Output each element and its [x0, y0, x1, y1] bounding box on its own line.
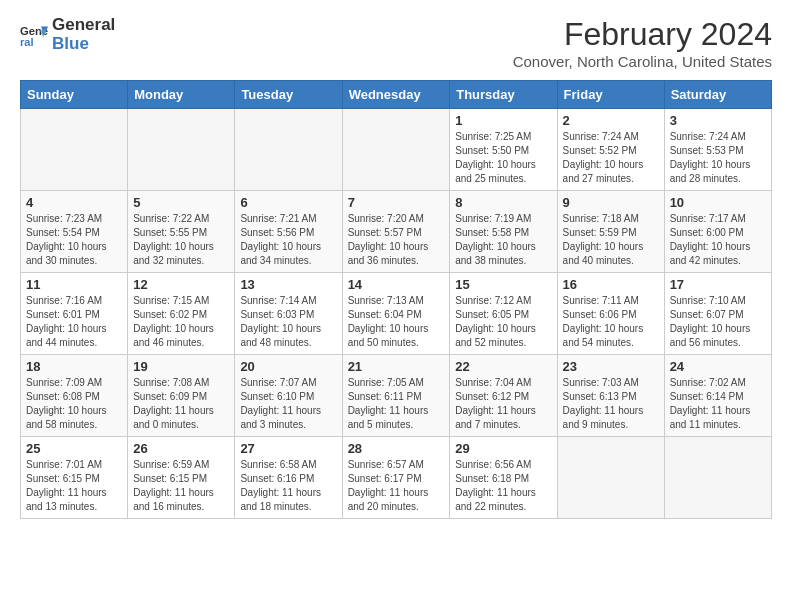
calendar-cell: [235, 109, 342, 191]
day-info: Sunrise: 7:05 AM Sunset: 6:11 PM Dayligh…: [348, 376, 445, 432]
calendar-week-row: 1Sunrise: 7:25 AM Sunset: 5:50 PM Daylig…: [21, 109, 772, 191]
calendar-week-row: 4Sunrise: 7:23 AM Sunset: 5:54 PM Daylig…: [21, 191, 772, 273]
calendar-cell: 19Sunrise: 7:08 AM Sunset: 6:09 PM Dayli…: [128, 355, 235, 437]
day-info: Sunrise: 7:13 AM Sunset: 6:04 PM Dayligh…: [348, 294, 445, 350]
day-number: 8: [455, 195, 551, 210]
calendar-cell: 24Sunrise: 7:02 AM Sunset: 6:14 PM Dayli…: [664, 355, 771, 437]
day-info: Sunrise: 7:17 AM Sunset: 6:00 PM Dayligh…: [670, 212, 766, 268]
day-number: 24: [670, 359, 766, 374]
calendar-cell: [128, 109, 235, 191]
day-number: 13: [240, 277, 336, 292]
calendar-cell: 9Sunrise: 7:18 AM Sunset: 5:59 PM Daylig…: [557, 191, 664, 273]
day-info: Sunrise: 7:10 AM Sunset: 6:07 PM Dayligh…: [670, 294, 766, 350]
day-number: 21: [348, 359, 445, 374]
logo-text-blue: Blue: [52, 35, 115, 54]
day-number: 29: [455, 441, 551, 456]
day-info: Sunrise: 6:59 AM Sunset: 6:15 PM Dayligh…: [133, 458, 229, 514]
day-info: Sunrise: 7:07 AM Sunset: 6:10 PM Dayligh…: [240, 376, 336, 432]
calendar-cell: 16Sunrise: 7:11 AM Sunset: 6:06 PM Dayli…: [557, 273, 664, 355]
weekday-header: Wednesday: [342, 81, 450, 109]
day-number: 26: [133, 441, 229, 456]
day-info: Sunrise: 7:04 AM Sunset: 6:12 PM Dayligh…: [455, 376, 551, 432]
day-number: 20: [240, 359, 336, 374]
day-number: 25: [26, 441, 122, 456]
day-number: 15: [455, 277, 551, 292]
day-number: 9: [563, 195, 659, 210]
day-info: Sunrise: 7:21 AM Sunset: 5:56 PM Dayligh…: [240, 212, 336, 268]
title-section: February 2024 Conover, North Carolina, U…: [513, 16, 772, 70]
day-number: 17: [670, 277, 766, 292]
calendar-cell: 17Sunrise: 7:10 AM Sunset: 6:07 PM Dayli…: [664, 273, 771, 355]
day-number: 11: [26, 277, 122, 292]
calendar-cell: 4Sunrise: 7:23 AM Sunset: 5:54 PM Daylig…: [21, 191, 128, 273]
day-number: 14: [348, 277, 445, 292]
day-info: Sunrise: 6:56 AM Sunset: 6:18 PM Dayligh…: [455, 458, 551, 514]
day-info: Sunrise: 7:15 AM Sunset: 6:02 PM Dayligh…: [133, 294, 229, 350]
calendar-cell: [664, 437, 771, 519]
day-info: Sunrise: 7:18 AM Sunset: 5:59 PM Dayligh…: [563, 212, 659, 268]
logo-icon: Gene ral: [20, 21, 48, 49]
day-number: 2: [563, 113, 659, 128]
day-info: Sunrise: 7:22 AM Sunset: 5:55 PM Dayligh…: [133, 212, 229, 268]
header: Gene ral General Blue February 2024 Cono…: [20, 16, 772, 70]
calendar-cell: 6Sunrise: 7:21 AM Sunset: 5:56 PM Daylig…: [235, 191, 342, 273]
svg-text:ral: ral: [20, 36, 34, 48]
day-info: Sunrise: 7:08 AM Sunset: 6:09 PM Dayligh…: [133, 376, 229, 432]
day-info: Sunrise: 6:57 AM Sunset: 6:17 PM Dayligh…: [348, 458, 445, 514]
calendar-cell: 7Sunrise: 7:20 AM Sunset: 5:57 PM Daylig…: [342, 191, 450, 273]
calendar-week-row: 25Sunrise: 7:01 AM Sunset: 6:15 PM Dayli…: [21, 437, 772, 519]
calendar-cell: 18Sunrise: 7:09 AM Sunset: 6:08 PM Dayli…: [21, 355, 128, 437]
weekday-header: Monday: [128, 81, 235, 109]
calendar-cell: 11Sunrise: 7:16 AM Sunset: 6:01 PM Dayli…: [21, 273, 128, 355]
day-number: 3: [670, 113, 766, 128]
day-info: Sunrise: 7:24 AM Sunset: 5:53 PM Dayligh…: [670, 130, 766, 186]
calendar-cell: 15Sunrise: 7:12 AM Sunset: 6:05 PM Dayli…: [450, 273, 557, 355]
calendar-cell: 13Sunrise: 7:14 AM Sunset: 6:03 PM Dayli…: [235, 273, 342, 355]
calendar-cell: [557, 437, 664, 519]
page-title: February 2024: [513, 16, 772, 53]
calendar-header-row: SundayMondayTuesdayWednesdayThursdayFrid…: [21, 81, 772, 109]
day-info: Sunrise: 7:20 AM Sunset: 5:57 PM Dayligh…: [348, 212, 445, 268]
day-info: Sunrise: 7:14 AM Sunset: 6:03 PM Dayligh…: [240, 294, 336, 350]
day-number: 6: [240, 195, 336, 210]
day-number: 16: [563, 277, 659, 292]
calendar-cell: 20Sunrise: 7:07 AM Sunset: 6:10 PM Dayli…: [235, 355, 342, 437]
day-number: 1: [455, 113, 551, 128]
day-info: Sunrise: 7:02 AM Sunset: 6:14 PM Dayligh…: [670, 376, 766, 432]
day-number: 12: [133, 277, 229, 292]
logo-text-general: General: [52, 16, 115, 35]
day-info: Sunrise: 7:25 AM Sunset: 5:50 PM Dayligh…: [455, 130, 551, 186]
calendar-cell: 1Sunrise: 7:25 AM Sunset: 5:50 PM Daylig…: [450, 109, 557, 191]
calendar-cell: 29Sunrise: 6:56 AM Sunset: 6:18 PM Dayli…: [450, 437, 557, 519]
day-info: Sunrise: 7:03 AM Sunset: 6:13 PM Dayligh…: [563, 376, 659, 432]
weekday-header: Friday: [557, 81, 664, 109]
calendar-cell: 14Sunrise: 7:13 AM Sunset: 6:04 PM Dayli…: [342, 273, 450, 355]
day-info: Sunrise: 7:01 AM Sunset: 6:15 PM Dayligh…: [26, 458, 122, 514]
calendar-cell: 23Sunrise: 7:03 AM Sunset: 6:13 PM Dayli…: [557, 355, 664, 437]
day-info: Sunrise: 7:16 AM Sunset: 6:01 PM Dayligh…: [26, 294, 122, 350]
calendar-cell: 28Sunrise: 6:57 AM Sunset: 6:17 PM Dayli…: [342, 437, 450, 519]
weekday-header: Tuesday: [235, 81, 342, 109]
calendar-cell: [21, 109, 128, 191]
weekday-header: Thursday: [450, 81, 557, 109]
day-info: Sunrise: 7:19 AM Sunset: 5:58 PM Dayligh…: [455, 212, 551, 268]
weekday-header: Sunday: [21, 81, 128, 109]
calendar-cell: 25Sunrise: 7:01 AM Sunset: 6:15 PM Dayli…: [21, 437, 128, 519]
day-number: 27: [240, 441, 336, 456]
day-info: Sunrise: 7:09 AM Sunset: 6:08 PM Dayligh…: [26, 376, 122, 432]
day-number: 18: [26, 359, 122, 374]
calendar-cell: 10Sunrise: 7:17 AM Sunset: 6:00 PM Dayli…: [664, 191, 771, 273]
calendar-cell: [342, 109, 450, 191]
calendar-cell: 22Sunrise: 7:04 AM Sunset: 6:12 PM Dayli…: [450, 355, 557, 437]
logo: Gene ral General Blue: [20, 16, 115, 53]
calendar-cell: 21Sunrise: 7:05 AM Sunset: 6:11 PM Dayli…: [342, 355, 450, 437]
calendar-table: SundayMondayTuesdayWednesdayThursdayFrid…: [20, 80, 772, 519]
day-info: Sunrise: 7:12 AM Sunset: 6:05 PM Dayligh…: [455, 294, 551, 350]
calendar-week-row: 18Sunrise: 7:09 AM Sunset: 6:08 PM Dayli…: [21, 355, 772, 437]
calendar-cell: 26Sunrise: 6:59 AM Sunset: 6:15 PM Dayli…: [128, 437, 235, 519]
day-number: 23: [563, 359, 659, 374]
calendar-cell: 2Sunrise: 7:24 AM Sunset: 5:52 PM Daylig…: [557, 109, 664, 191]
calendar-cell: 27Sunrise: 6:58 AM Sunset: 6:16 PM Dayli…: [235, 437, 342, 519]
day-number: 4: [26, 195, 122, 210]
day-number: 10: [670, 195, 766, 210]
